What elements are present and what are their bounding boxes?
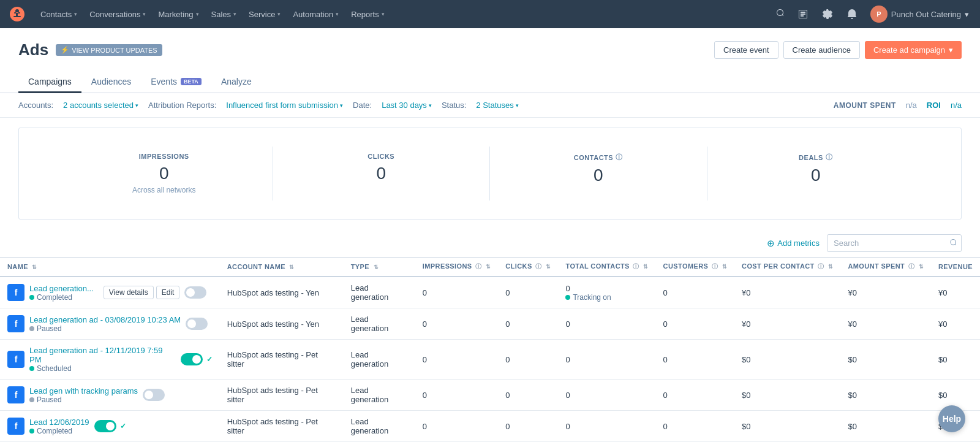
account-name-cell: HubSpot ads testing - Yen: [220, 277, 344, 308]
stat-clicks: CLICKS 0: [273, 147, 491, 201]
create-event-button[interactable]: Create event: [714, 41, 778, 59]
info-icon[interactable]: ⓘ: [818, 263, 824, 270]
info-icon[interactable]: ⓘ: [475, 263, 481, 270]
toggle-container: [184, 286, 206, 299]
user-menu[interactable]: P Punch Out Catering ▾: [867, 6, 973, 23]
type-cell: Lead generation: [344, 380, 415, 411]
tab-analyze[interactable]: Analyze: [211, 72, 262, 93]
campaign-toggle[interactable]: [181, 353, 203, 365]
nav-automation[interactable]: Automation ▾: [287, 0, 345, 28]
sort-icon[interactable]: ⇅: [643, 264, 648, 270]
total-contacts-cell: 0: [558, 340, 655, 380]
campaign-status: Scheduled: [29, 364, 176, 373]
info-icon[interactable]: ⓘ: [826, 153, 833, 162]
customers-cell: 0: [656, 380, 734, 411]
facebook-icon: f: [7, 351, 24, 368]
status-label: Status:: [442, 101, 466, 110]
bolt-icon: ⚡: [61, 46, 69, 54]
create-audience-button[interactable]: Create audience: [783, 41, 860, 59]
campaign-toggle[interactable]: [184, 286, 206, 299]
campaign-toggle[interactable]: [94, 420, 116, 432]
notifications-button[interactable]: [842, 4, 862, 24]
tab-events[interactable]: Events BETA: [141, 72, 211, 93]
chevron-down-icon: ▾: [965, 10, 969, 19]
search-button[interactable]: [769, 4, 788, 24]
add-metrics-button[interactable]: ⊕ Add metrics: [767, 238, 820, 249]
nav-conversations[interactable]: Conversations ▾: [83, 0, 152, 28]
top-navigation: Contacts ▾ Conversations ▾ Marketing ▾ S…: [0, 0, 980, 28]
col-amount-spent: AMOUNT SPENT ⓘ ⇅: [840, 258, 931, 277]
nav-reports[interactable]: Reports ▾: [345, 0, 391, 28]
clicks-cell: 0: [498, 380, 558, 411]
sort-icon[interactable]: ⇅: [486, 264, 491, 270]
toggle-container: ✓: [181, 353, 213, 365]
info-icon[interactable]: ⓘ: [616, 153, 623, 162]
info-icon[interactable]: ⓘ: [633, 263, 639, 270]
nav-sales[interactable]: Sales ▾: [205, 0, 243, 28]
info-icon[interactable]: ⓘ: [712, 263, 718, 270]
facebook-icon: f: [7, 418, 24, 435]
campaign-name-link[interactable]: Lead generation ad - 12/11/2019 7:59 PM: [29, 346, 176, 364]
col-revenue: REVENUE: [931, 258, 980, 277]
sort-icon[interactable]: ⇅: [546, 264, 551, 270]
date-filter[interactable]: Last 30 days ▾: [382, 101, 432, 110]
search-icon[interactable]: [943, 235, 961, 251]
campaign-name-link[interactable]: Lead generation ad - 03/08/2019 10:23 AM: [29, 315, 181, 324]
edit-button[interactable]: Edit: [156, 286, 180, 299]
campaign-name-cell: f Lead generation ad - 03/08/2019 10:23 …: [0, 308, 220, 340]
toggle-container: [186, 318, 208, 330]
info-icon[interactable]: ⓘ: [535, 263, 541, 270]
update-badge[interactable]: ⚡ VIEW PRODUCT UPDATES: [56, 44, 162, 56]
accounts-filter[interactable]: 2 accounts selected ▾: [63, 101, 138, 110]
amount-spent-cell: $0: [840, 380, 931, 411]
settings-button[interactable]: [818, 4, 837, 24]
stat-contacts: CONTACTS ⓘ 0: [490, 147, 707, 201]
nav-contacts[interactable]: Contacts ▾: [34, 0, 83, 28]
nav-marketing[interactable]: Marketing ▾: [152, 0, 205, 28]
campaign-name-link[interactable]: Lead generation...: [29, 284, 94, 293]
account-name-cell: HubSpot ads testing - Pet sitter: [220, 411, 344, 442]
type-cell: Lead generation: [344, 411, 415, 442]
type-cell: Lead generation: [344, 308, 415, 340]
row-actions: View details Edit: [104, 286, 180, 299]
attribution-filter[interactable]: Influenced first form submission ▾: [226, 101, 343, 110]
cost-per-contact-cell: $0: [734, 411, 840, 442]
chevron-down-icon: ▾: [233, 11, 236, 17]
info-icon[interactable]: ⓘ: [908, 263, 914, 270]
campaign-name-link[interactable]: Lead gen with tracking params: [29, 386, 138, 395]
status-text: Paused: [37, 395, 62, 404]
campaign-toggle[interactable]: [186, 318, 208, 330]
hubspot-logo[interactable]: [7, 4, 27, 24]
facebook-icon: f: [7, 386, 24, 403]
total-contacts-cell: 0: [558, 308, 655, 340]
status-filter[interactable]: 2 Statuses ▾: [476, 101, 518, 110]
help-button[interactable]: Help: [938, 405, 965, 432]
col-type: TYPE ⇅: [344, 258, 415, 277]
total-contacts-cell: 0: [558, 380, 655, 411]
filters-bar: Accounts: 2 accounts selected ▾ Attribut…: [0, 93, 980, 118]
tab-audiences[interactable]: Audiences: [81, 72, 141, 93]
sort-icon[interactable]: ⇅: [828, 264, 833, 270]
facebook-icon: f: [7, 315, 24, 332]
campaign-info: Lead 12/06/2019 Completed: [29, 418, 89, 435]
total-contacts-cell: 0: [558, 411, 655, 442]
create-ad-campaign-button[interactable]: Create ad campaign ▾: [865, 41, 962, 59]
facebook-icon: f: [7, 284, 24, 301]
marketplace-button[interactable]: [793, 4, 813, 24]
sort-icon[interactable]: ⇅: [289, 264, 294, 270]
status-dot-icon: [29, 397, 34, 402]
search-input[interactable]: [827, 235, 943, 251]
campaign-name-link[interactable]: Lead 12/06/2019: [29, 418, 89, 427]
sort-icon[interactable]: ⇅: [722, 264, 727, 270]
tab-campaigns[interactable]: Campaigns: [18, 72, 81, 93]
sort-icon[interactable]: ⇅: [374, 264, 379, 270]
view-details-button[interactable]: View details: [104, 286, 154, 299]
sort-icon[interactable]: ⇅: [32, 264, 37, 270]
nav-service[interactable]: Service ▾: [243, 0, 287, 28]
impressions-label: IMPRESSIONS: [139, 153, 189, 160]
type-cell: Lead generation: [344, 277, 415, 308]
chevron-down-icon: ▾: [277, 11, 281, 17]
type-cell: Lead generation: [344, 340, 415, 380]
sort-icon[interactable]: ⇅: [919, 264, 924, 270]
campaign-toggle[interactable]: [143, 389, 165, 401]
